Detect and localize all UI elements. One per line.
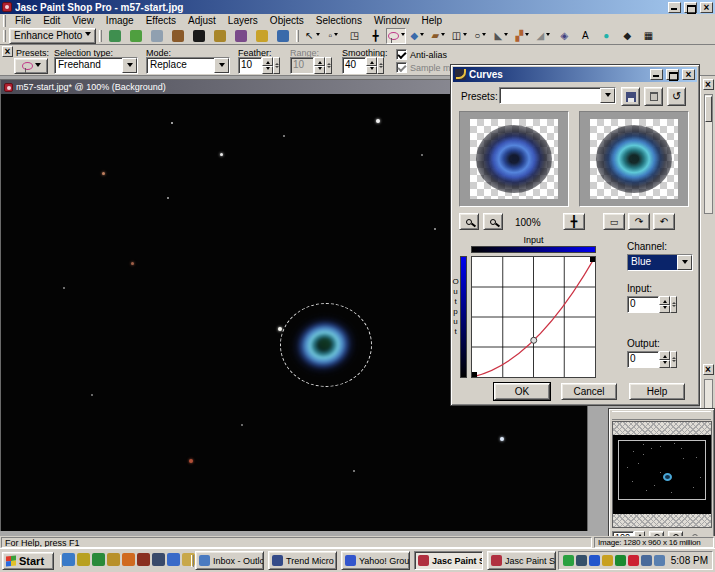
chevron-down-icon[interactable]: [677, 255, 692, 270]
enhance-photo-button[interactable]: Enhance Photo: [9, 28, 96, 44]
curves-output-spinner[interactable]: 0: [627, 351, 677, 368]
menu-help[interactable]: Help: [415, 15, 448, 26]
picker-tool-icon[interactable]: ◈: [554, 28, 574, 44]
overview-thumbnail[interactable]: [612, 421, 712, 528]
palette-close-icon-2[interactable]: [703, 364, 714, 375]
after-preview[interactable]: [579, 111, 689, 207]
curves-input-value[interactable]: 0: [627, 296, 659, 313]
move-tool-icon[interactable]: ╋: [365, 28, 385, 44]
spinner-slider-icon[interactable]: [273, 57, 280, 74]
menu-selections[interactable]: Selections: [310, 15, 368, 26]
spinner-arrows-icon[interactable]: [659, 296, 670, 313]
quick-launch-word-icon[interactable]: [92, 553, 105, 566]
curve-graph[interactable]: [471, 256, 596, 378]
quick-launch-browser-icon[interactable]: [167, 553, 180, 566]
mode-dropdown[interactable]: Replace: [146, 57, 230, 74]
menu-image[interactable]: Image: [100, 15, 140, 26]
menu-effects[interactable]: Effects: [140, 15, 182, 26]
curve-endpoint-low[interactable]: [472, 372, 477, 377]
spinner-slider-icon[interactable]: [670, 351, 677, 368]
curve-midpoint[interactable]: [531, 337, 537, 343]
tray-media-player-icon[interactable]: [589, 555, 600, 566]
quick-launch-mail-icon[interactable]: [122, 553, 135, 566]
tray-antivirus-icon[interactable]: [615, 555, 626, 566]
menu-window[interactable]: Window: [368, 15, 416, 26]
smoothing-spinner[interactable]: 40: [342, 57, 384, 74]
selection-marquee[interactable]: [280, 303, 372, 387]
anti-alias-option[interactable]: Anti-alias: [396, 49, 447, 60]
image-info-icon[interactable]: [273, 28, 293, 44]
image-thumbnail-icon[interactable]: [147, 28, 167, 44]
ok-button[interactable]: OK: [494, 383, 550, 400]
spinner-arrows-icon[interactable]: [262, 57, 273, 74]
menu-adjust[interactable]: Adjust: [182, 15, 222, 26]
auto-proof-button[interactable]: ↷: [628, 213, 650, 230]
close-button[interactable]: [700, 2, 713, 13]
curves-output-value[interactable]: 0: [627, 351, 659, 368]
save-preset-button[interactable]: [621, 87, 640, 106]
overview-header[interactable]: [612, 411, 711, 420]
menu-file[interactable]: File: [9, 15, 37, 26]
histogram-icon[interactable]: [231, 28, 251, 44]
curves-presets-dropdown[interactable]: [499, 87, 616, 104]
contrast-icon[interactable]: [189, 28, 209, 44]
anti-alias-checkbox[interactable]: [396, 49, 407, 60]
dropper-tool-icon[interactable]: ◆: [407, 28, 427, 44]
curves-title-bar[interactable]: Curves: [453, 67, 697, 82]
reset-preset-button[interactable]: ↺: [667, 87, 686, 106]
proof-button[interactable]: ↶: [653, 213, 675, 230]
before-preview[interactable]: [459, 111, 569, 207]
chevron-down-icon[interactable]: [122, 58, 137, 73]
levels-icon[interactable]: [210, 28, 230, 44]
feather-value[interactable]: 10: [238, 57, 262, 74]
eraser-tool-icon[interactable]: ◣: [491, 28, 511, 44]
palette-scrollbar[interactable]: [704, 94, 713, 214]
pan-tool-icon[interactable]: ↖: [302, 28, 322, 44]
tray-updates-icon[interactable]: [641, 555, 652, 566]
crop-tool-icon[interactable]: ◳: [344, 28, 364, 44]
spinner-arrows-icon[interactable]: [366, 57, 377, 74]
close-options-icon[interactable]: [2, 46, 13, 57]
navigate-button[interactable]: ╋: [563, 213, 585, 230]
tray-recycle-icon[interactable]: [563, 555, 574, 566]
spinner-arrows-icon[interactable]: [659, 351, 670, 368]
task-button[interactable]: Yahoo! Group...: [341, 551, 410, 570]
shape-cutter-tool-icon[interactable]: ○: [470, 28, 490, 44]
task-button[interactable]: Trend Micro I...: [268, 551, 337, 570]
curve-endpoint-high[interactable]: [590, 257, 595, 262]
overview-view-rectangle[interactable]: [618, 440, 706, 500]
preview-toggle-button[interactable]: ▭: [603, 213, 625, 230]
channel-dropdown[interactable]: Blue: [627, 254, 693, 271]
tray-network-icon[interactable]: [654, 555, 665, 566]
menu-view[interactable]: View: [66, 15, 100, 26]
pen-tool-icon[interactable]: ◆: [617, 28, 637, 44]
quick-launch-tools-icon[interactable]: [137, 553, 150, 566]
start-button[interactable]: Start: [2, 552, 54, 570]
paintbrush-tool-icon[interactable]: ▰: [428, 28, 448, 44]
airbrush-tool-icon[interactable]: ▞: [512, 28, 532, 44]
tray-firewall-icon[interactable]: [628, 555, 639, 566]
feather-spinner[interactable]: 10: [238, 57, 280, 74]
retouch-tool-icon[interactable]: ◢: [533, 28, 553, 44]
selection-type-dropdown[interactable]: Freehand: [54, 57, 138, 74]
help-button[interactable]: Help: [629, 383, 685, 400]
curves-close-button[interactable]: [682, 69, 695, 80]
one-step-photo-fix-icon[interactable]: [126, 28, 146, 44]
quick-launch-internet-icon[interactable]: [62, 553, 75, 566]
clone-tool-icon[interactable]: ◫: [449, 28, 469, 44]
task-button[interactable]: Jasc Paint Sh...: [487, 551, 556, 570]
spinner-slider-icon[interactable]: [670, 296, 677, 313]
smoothing-value[interactable]: 40: [342, 57, 366, 74]
cancel-button[interactable]: Cancel: [561, 383, 617, 400]
quick-launch-excel-icon[interactable]: [107, 553, 120, 566]
presets-button[interactable]: [14, 58, 48, 74]
restore-button[interactable]: [684, 2, 697, 13]
tray-power-icon[interactable]: [576, 555, 587, 566]
minimize-button[interactable]: [668, 2, 681, 13]
chevron-down-icon[interactable]: [600, 88, 615, 103]
brightness-icon[interactable]: [252, 28, 272, 44]
dialog-zoom-out-button[interactable]: [459, 213, 479, 230]
tray-messenger-icon[interactable]: [602, 555, 613, 566]
spinner-slider-icon[interactable]: [377, 57, 384, 74]
chevron-down-icon[interactable]: [214, 58, 229, 73]
